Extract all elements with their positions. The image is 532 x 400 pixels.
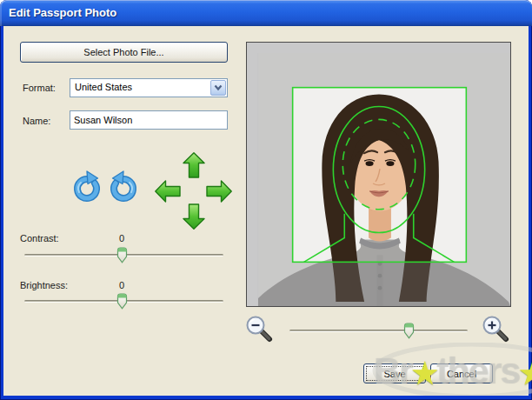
move-up-button[interactable] [183,152,205,178]
arrow-right-icon [206,180,232,203]
name-label: Name: [23,116,50,126]
format-combobox[interactable]: United States [70,78,228,97]
move-left-button[interactable] [155,180,181,203]
window-title: Edit Passport Photo [9,0,116,26]
star-icon: ★ [519,357,532,390]
cancel-button[interactable]: Cancel [430,363,493,383]
format-selected-value: United States [75,82,132,92]
contrast-slider-thumb[interactable] [116,247,128,263]
format-label: Format: [23,83,56,93]
dialog-body: Select Photo File... Format: United Stat… [3,26,529,396]
brightness-slider-thumb[interactable] [116,293,128,310]
move-down-button[interactable] [183,203,205,230]
passport-photo [247,43,510,306]
save-button[interactable]: Save [363,363,426,383]
rotate-right-button[interactable] [107,170,140,203]
zoom-in-button[interactable] [481,314,510,343]
brightness-label: Brightness: [20,280,68,290]
dialog-window: Edit Passport Photo Select Photo File...… [0,0,532,400]
name-input[interactable] [70,110,228,130]
arrow-up-icon [183,152,205,178]
contrast-label: Contrast: [20,233,59,243]
brightness-value: 0 [113,280,130,290]
title-bar[interactable]: Edit Passport Photo [0,0,532,26]
move-right-button[interactable] [206,180,232,203]
zoom-out-button[interactable] [244,314,274,343]
arrow-down-icon [183,203,205,230]
magnifier-plus-icon [481,314,510,343]
arrow-left-icon [155,180,181,203]
zoom-slider-track[interactable] [289,330,468,332]
rotate-ccw-icon [70,170,103,203]
format-dropdown-button[interactable] [210,80,226,96]
rotate-cw-icon [107,170,140,203]
contrast-value: 0 [113,233,130,243]
chevron-down-icon [214,84,223,91]
zoom-slider-thumb[interactable] [403,323,415,339]
select-photo-file-button[interactable]: Select Photo File... [20,42,228,63]
photo-preview-panel[interactable] [246,42,511,307]
rotate-left-button[interactable] [70,170,103,203]
magnifier-minus-icon [244,314,274,343]
